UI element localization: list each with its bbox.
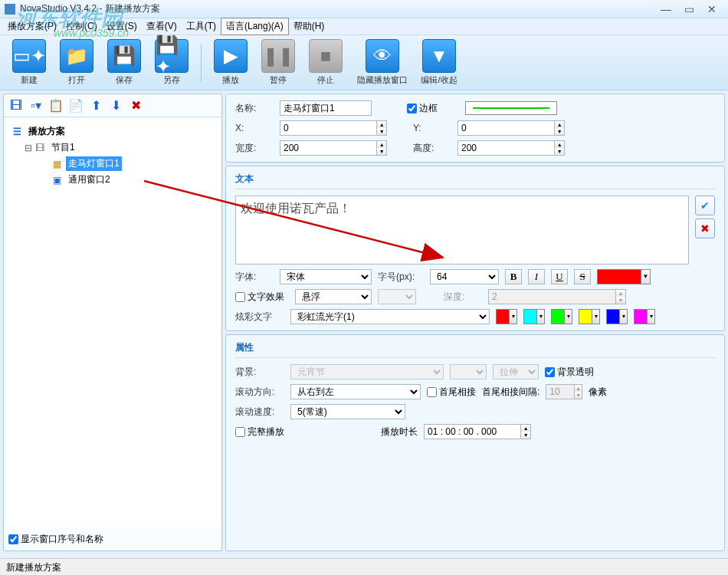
tree-toolbar: 🎞 ▫▾ 📋 📄 ⬆ ⬇ ✖	[4, 94, 221, 117]
full-play-checkbox[interactable]: 完整播放	[235, 426, 292, 439]
swatch-5[interactable]: ▾	[606, 309, 628, 324]
toolbar-save[interactable]: 💾保存	[103, 38, 146, 87]
scheme-tree: ☰ 播放方案 ⊟ 🎞 节目1 ▦ 走马灯窗口1 ▣ 通用窗口2	[5, 119, 220, 527]
tree-down-icon[interactable]: ⬇	[107, 97, 125, 115]
size-select[interactable]: 64	[430, 269, 499, 284]
border-checkbox[interactable]: 边框	[407, 102, 438, 115]
menu-language[interactable]: 语言(Lang)(A)	[221, 18, 289, 35]
film-icon: 🎞	[33, 143, 47, 153]
head-tail-checkbox[interactable]: 首尾相接	[427, 386, 476, 399]
tree-window1[interactable]: ▦ 走马灯窗口1	[10, 156, 215, 172]
menu-settings[interactable]: 设置(S)	[102, 18, 142, 34]
show-window-index-checkbox[interactable]: 显示窗口序号和名称	[4, 528, 221, 550]
confirm-button[interactable]: ✔	[695, 196, 715, 215]
list-icon: ☰	[10, 127, 24, 137]
italic-button[interactable]: I	[528, 269, 545, 284]
menu-view[interactable]: 查看(V)	[142, 18, 182, 34]
tree-film-icon[interactable]: 🎞	[7, 97, 25, 115]
menu-tools[interactable]: 工具(T)	[182, 18, 221, 34]
text-group-title: 文本	[235, 172, 715, 189]
close-button[interactable]: ✕	[700, 2, 723, 16]
main-toolbar: ▭✦新建 📁打开 💾保存 💾✦另存 ▶播放 ❚❚暂停 ■停止 👁隐藏播放窗口 ▼…	[0, 35, 728, 90]
direction-select[interactable]: 从右到左	[290, 384, 421, 399]
text-content-input[interactable]: 欢迎使用诺瓦产品！	[235, 196, 689, 264]
collapse-icon[interactable]: ⊟	[24, 143, 33, 153]
tree-program[interactable]: ⊟ 🎞 节目1	[10, 140, 215, 156]
duration-spinner[interactable]: ▲▼	[424, 424, 531, 439]
tree-up-icon[interactable]: ⬆	[87, 97, 105, 115]
strike-button[interactable]: S	[574, 269, 591, 284]
swatch-1[interactable]: ▾	[496, 309, 517, 324]
toolbar-hide[interactable]: 👁隐藏播放窗口	[352, 38, 413, 87]
height-label: 高度:	[413, 142, 451, 155]
tree-window-icon[interactable]: ▫▾	[27, 97, 45, 115]
right-panel: 名称: 边框 X: ▲▼ Y: ▲▼ 宽度: ▲▼ 高度: ▲▼	[225, 94, 725, 551]
toolbar-collapse[interactable]: ▼编辑/收起	[418, 38, 461, 87]
colorful-select[interactable]: 彩虹流光字(1)	[290, 309, 490, 324]
height-spinner[interactable]: ▲▼	[457, 140, 565, 156]
gap-unit: 像素	[589, 386, 607, 399]
colorful-label: 炫彩文字	[235, 310, 284, 324]
text-group: 文本 欢迎使用诺瓦产品！ ✔ ✖ 字体: 宋体 字号(px): 64 B I U…	[225, 166, 725, 331]
text-color-picker[interactable]: ▼	[597, 269, 651, 284]
menu-play-scheme[interactable]: 播放方案(P)	[3, 18, 61, 34]
swatch-2[interactable]: ▾	[523, 309, 545, 324]
y-spinner[interactable]: ▲▼	[457, 120, 565, 136]
bg-transparent-checkbox[interactable]: 背景透明	[545, 366, 594, 379]
x-spinner[interactable]: ▲▼	[280, 120, 387, 136]
width-spinner[interactable]: ▲▼	[280, 140, 387, 156]
depth-spinner: ▲▼	[488, 289, 626, 304]
tree-delete-icon[interactable]: ✖	[126, 97, 145, 115]
toolbar-pause[interactable]: ❚❚暂停	[257, 38, 300, 87]
text-effect-checkbox[interactable]: 文字效果	[235, 291, 289, 304]
swatch-4[interactable]: ▾	[579, 309, 600, 324]
swatch-3[interactable]: ▾	[551, 309, 572, 324]
toolbar-open[interactable]: 📁打开	[55, 38, 98, 87]
minimize-button[interactable]: —	[654, 2, 677, 16]
width-label: 宽度:	[235, 142, 274, 155]
tree-window2[interactable]: ▣ 通用窗口2	[10, 172, 215, 188]
toolbar-stop[interactable]: ■停止	[304, 38, 347, 87]
effect-select[interactable]: 悬浮	[295, 289, 372, 304]
toolbar-saveas[interactable]: 💾✦另存	[150, 38, 193, 87]
toolbar-play[interactable]: ▶播放	[209, 38, 252, 87]
toolbar-new[interactable]: ▭✦新建	[8, 38, 51, 87]
depth-label: 深度:	[444, 291, 482, 304]
maximize-button[interactable]: ▭	[677, 2, 700, 16]
name-input[interactable]	[280, 100, 372, 116]
bold-button[interactable]: B	[505, 269, 522, 284]
window-icon: ▣	[50, 175, 64, 186]
direction-label: 滚动方向:	[235, 386, 284, 399]
window-props-group: 名称: 边框 X: ▲▼ Y: ▲▼ 宽度: ▲▼ 高度: ▲▼	[225, 94, 725, 163]
attrs-group-title: 属性	[235, 341, 715, 358]
underline-button[interactable]: U	[551, 269, 568, 284]
tree-root[interactable]: ☰ 播放方案	[10, 123, 215, 140]
border-preview[interactable]	[465, 101, 557, 115]
app-icon	[5, 4, 15, 15]
bg-mode-select[interactable]: 拉伸	[493, 364, 539, 380]
left-panel: 🎞 ▫▾ 📋 📄 ⬆ ⬇ ✖ ☰ 播放方案 ⊟ 🎞 节目1 ▦ 走马灯窗口1	[3, 94, 222, 551]
statusbar: 新建播放方案	[0, 558, 728, 575]
status-text: 新建播放方案	[6, 562, 61, 573]
size-label: 字号(px):	[378, 271, 424, 284]
font-select[interactable]: 宋体	[280, 269, 372, 284]
menu-help[interactable]: 帮助(H)	[289, 18, 330, 34]
effect-sub-select[interactable]	[378, 289, 416, 304]
titlebar: NovaStudio V3.4.2 - 新建播放方案 — ▭ ✕	[0, 0, 728, 18]
bg-select[interactable]: 元宵节	[290, 364, 444, 380]
speed-select[interactable]: 5(常速)	[290, 404, 405, 419]
menubar: 播放方案(P) 控制(C) 设置(S) 查看(V) 工具(T) 语言(Lang)…	[0, 18, 728, 35]
y-label: Y:	[413, 123, 451, 133]
tree-copy-icon[interactable]: 📋	[47, 97, 65, 115]
tree-paste-icon[interactable]: 📄	[67, 97, 85, 115]
gap-label: 首尾相接间隔:	[482, 386, 539, 399]
cancel-button[interactable]: ✖	[695, 219, 715, 238]
gap-spinner: ▲▼	[546, 384, 582, 399]
bg-sub-select[interactable]	[450, 364, 487, 380]
menu-control[interactable]: 控制(C)	[61, 18, 102, 34]
marquee-icon: ▦	[50, 159, 64, 169]
swatch-6[interactable]: ▾	[634, 309, 655, 324]
bg-label: 背景:	[235, 366, 284, 379]
toolbar-separator	[201, 44, 202, 82]
window-title: NovaStudio V3.4.2 - 新建播放方案	[20, 2, 654, 15]
